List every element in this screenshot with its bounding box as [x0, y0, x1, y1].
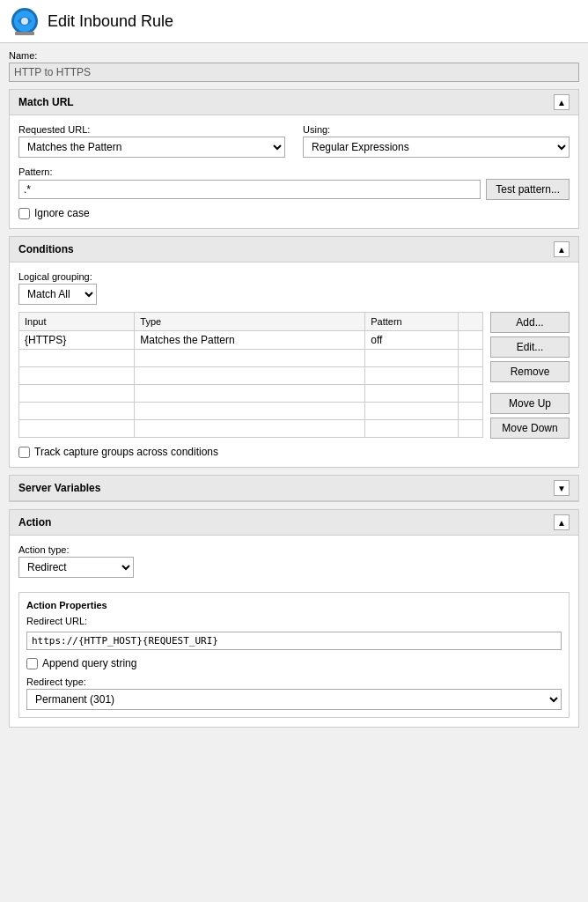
pattern-input[interactable] [18, 180, 481, 199]
conditions-header: Conditions ▲ [10, 237, 578, 262]
table-row-empty-1 [19, 350, 483, 367]
redirect-url-input[interactable] [26, 632, 562, 650]
requested-url-group: Requested URL: Matches the Pattern Does … [18, 124, 285, 158]
action-type-select[interactable]: Redirect Rewrite None Custom Response Ab… [18, 557, 134, 578]
append-query-string-row: Append query string [26, 657, 562, 669]
conditions-header-row: Input Type Pattern [19, 313, 483, 331]
table-row-empty-5 [19, 420, 483, 438]
match-url-section: Match URL ▲ Requested URL: Matches the P… [9, 89, 579, 229]
name-input[interactable] [9, 63, 579, 82]
using-select[interactable]: Regular Expressions Wildcards Exact Matc… [303, 137, 570, 158]
name-label: Name: [9, 50, 579, 61]
col-extra [458, 313, 482, 331]
match-url-body: Requested URL: Matches the Pattern Does … [10, 115, 578, 228]
pattern-label: Pattern: [18, 166, 570, 177]
page-title: Edit Inbound Rule [48, 12, 173, 31]
remove-condition-btn[interactable]: Remove [490, 361, 570, 382]
edit-condition-btn[interactable]: Edit... [490, 336, 570, 358]
requested-url-label: Requested URL: [18, 124, 285, 135]
cell-pattern: off [365, 331, 458, 350]
pattern-row: Test pattern... [18, 179, 570, 200]
server-variables-collapse-btn[interactable]: ▼ [554, 480, 570, 496]
server-variables-header: Server Variables ▼ [10, 476, 578, 501]
logical-grouping-select[interactable]: Match All Match Any [18, 284, 97, 305]
move-down-btn[interactable]: Move Down [490, 418, 570, 439]
conditions-table: Input Type Pattern {HTTPS} Matches the P… [18, 312, 483, 438]
ignore-case-label: Ignore case [34, 207, 90, 219]
action-body: Action type: Redirect Rewrite None Custo… [10, 536, 578, 727]
ignore-case-row: Ignore case [18, 207, 570, 219]
append-query-string-checkbox[interactable] [26, 658, 38, 669]
server-variables-section: Server Variables ▼ [9, 475, 579, 502]
server-variables-title: Server Variables [18, 482, 100, 494]
table-row-empty-3 [19, 385, 483, 403]
action-properties-label: Action Properties [26, 600, 562, 610]
content-area: Name: Match URL ▲ Requested URL: Matches… [0, 43, 588, 742]
using-group: Using: Regular Expressions Wildcards Exa… [303, 124, 570, 158]
redirect-type-select[interactable]: Permanent (301) Found (302) See Other (3… [26, 689, 562, 710]
action-header: Action ▲ [10, 510, 578, 536]
action-section: Action ▲ Action type: Redirect Rewrite N… [9, 509, 579, 728]
conditions-table-wrap: Input Type Pattern {HTTPS} Matches the P… [18, 312, 483, 439]
cell-type: Matches the Pattern [135, 331, 365, 350]
ignore-case-checkbox[interactable] [18, 208, 30, 219]
match-url-title: Match URL [18, 96, 74, 108]
cell-input: {HTTPS} [19, 331, 135, 350]
append-query-string-label: Append query string [42, 657, 136, 669]
conditions-title: Conditions [18, 243, 74, 255]
track-capture-row: Track capture groups across conditions [18, 446, 570, 458]
table-row-empty-4 [19, 403, 483, 420]
conditions-tbody: {HTTPS} Matches the Pattern off [19, 331, 483, 438]
table-row[interactable]: {HTTPS} Matches the Pattern off [19, 331, 483, 350]
app-icon [11, 7, 39, 35]
conditions-grid: Input Type Pattern {HTTPS} Matches the P… [18, 312, 570, 439]
page-header: Edit Inbound Rule [0, 0, 588, 43]
match-url-header: Match URL ▲ [10, 90, 578, 115]
conditions-section: Conditions ▲ Logical grouping: Match All… [9, 236, 579, 468]
action-properties-box: Action Properties Redirect URL: Append q… [18, 592, 570, 718]
conditions-actions: Add... Edit... Remove Move Up Move Down [490, 312, 570, 439]
name-field-group: Name: [9, 50, 579, 89]
add-condition-btn[interactable]: Add... [490, 312, 570, 333]
requested-url-select[interactable]: Matches the Pattern Does Not Match the P… [18, 137, 285, 158]
col-type: Type [135, 313, 365, 331]
conditions-body: Logical grouping: Match All Match Any In… [10, 262, 578, 467]
cell-extra [458, 331, 482, 350]
conditions-collapse-btn[interactable]: ▲ [554, 241, 570, 257]
action-type-label: Action type: [18, 544, 570, 555]
action-collapse-btn[interactable]: ▲ [554, 514, 570, 530]
track-capture-label: Track capture groups across conditions [34, 446, 218, 458]
track-capture-checkbox[interactable] [18, 447, 30, 458]
action-title: Action [18, 516, 51, 529]
svg-point-2 [21, 18, 28, 25]
test-pattern-btn[interactable]: Test pattern... [486, 179, 570, 200]
logical-grouping-label: Logical grouping: [18, 271, 570, 282]
redirect-url-label: Redirect URL: [26, 616, 562, 626]
conditions-thead: Input Type Pattern [19, 313, 483, 331]
match-url-form-row: Requested URL: Matches the Pattern Does … [18, 124, 570, 158]
table-row-empty-2 [19, 367, 483, 385]
match-url-collapse-btn[interactable]: ▲ [554, 94, 570, 110]
using-label: Using: [303, 124, 570, 135]
move-up-btn[interactable]: Move Up [490, 393, 570, 414]
col-pattern: Pattern [365, 313, 458, 331]
col-input: Input [19, 313, 135, 331]
svg-rect-3 [15, 32, 34, 35]
redirect-type-label: Redirect type: [26, 676, 562, 687]
